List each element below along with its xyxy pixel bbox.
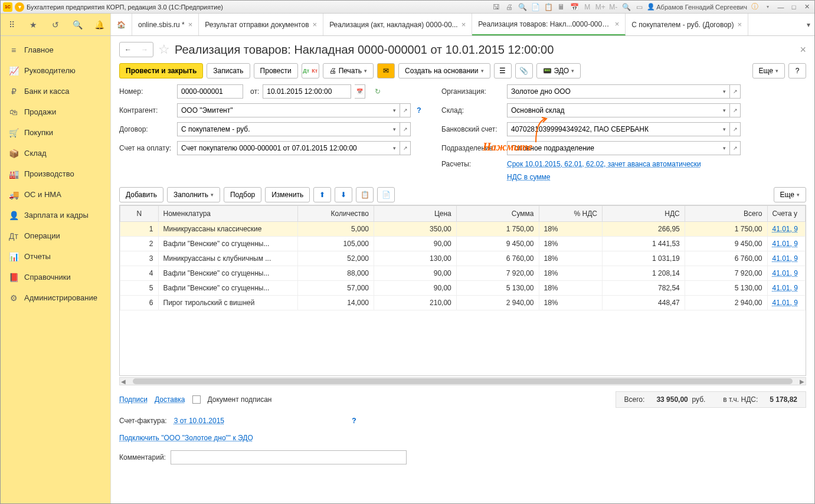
user-name[interactable]: 👤 Абрамов Геннадий Сергеевич — [647, 3, 747, 11]
calendar-picker-icon[interactable]: 📅 — [355, 84, 365, 99]
refresh-icon[interactable]: ↻ — [375, 87, 381, 96]
tab[interactable]: Реализация товаров: Накл...0000-000001× — [472, 14, 626, 35]
account-link[interactable]: 41.01, 9 — [767, 237, 806, 251]
info-icon[interactable]: ⓘ — [749, 2, 760, 12]
sidebar-item[interactable]: 🚚ОС и НМА — [1, 184, 110, 205]
scroll-right-icon[interactable]: ▶ — [800, 378, 804, 385]
zoom-icon[interactable]: 🔍 — [621, 2, 631, 12]
dropdown-icon[interactable]: ▾ — [390, 141, 400, 155]
table-row[interactable]: 4Вафли "Венские" со сгущенны...88,00090,… — [120, 266, 806, 281]
column-header[interactable]: Всего — [685, 206, 767, 222]
add-button[interactable]: Добавить — [119, 187, 163, 202]
favorites-icon[interactable]: ★ — [28, 19, 40, 31]
calc-link[interactable]: Срок 10.01.2015, 62.01, 62.02, зачет ава… — [507, 160, 701, 168]
data-grid[interactable]: NНоменклатураКоличествоЦенаСумма% НДСНДС… — [119, 205, 806, 376]
table-more-button[interactable]: Еще ▾ — [774, 187, 806, 202]
calc-icon[interactable]: 🖩 — [556, 2, 567, 12]
invoice-issued-link[interactable]: 3 от 10.01.2015 — [174, 417, 224, 425]
number-input[interactable] — [177, 84, 243, 99]
minimize-icon[interactable]: — — [775, 2, 786, 12]
app-menu-icon[interactable]: ▾ — [15, 2, 24, 12]
open-icon[interactable]: ↗ — [730, 84, 741, 99]
close-tab-icon[interactable]: × — [188, 20, 193, 29]
mminus-icon[interactable]: M- — [608, 2, 618, 12]
open-icon[interactable]: ↗ — [730, 141, 741, 155]
sidebar-item[interactable]: 🛒Покупки — [1, 122, 110, 143]
mail-icon[interactable]: ✉ — [377, 63, 395, 78]
column-header[interactable]: Номенклатура — [158, 206, 298, 222]
panel-icon[interactable]: ▭ — [634, 2, 644, 12]
close-tab-icon[interactable]: × — [461, 20, 466, 29]
dropdown-icon[interactable]: ▾ — [719, 141, 730, 155]
dropdown-icon[interactable]: ▾ — [390, 122, 400, 136]
table-row[interactable]: 6Пирог тирольский с вишней14,000210,002 … — [120, 296, 806, 310]
invoice-input[interactable] — [177, 141, 390, 155]
structure-icon[interactable]: ☰ — [494, 63, 512, 78]
print-icon[interactable]: 🖨 — [504, 2, 515, 12]
move-down-icon[interactable]: ⬇ — [335, 187, 352, 202]
account-link[interactable]: 41.01, 9 — [767, 266, 806, 281]
doc-signed-checkbox[interactable] — [192, 395, 201, 404]
search-icon[interactable]: 🔍 — [71, 19, 83, 31]
table-row[interactable]: 3Миникруассаны с клубничным ...52,000130… — [120, 251, 806, 266]
column-header[interactable]: НДС — [603, 206, 685, 222]
sidebar-item[interactable]: 👤Зарплата и кадры — [1, 205, 110, 225]
back-button[interactable]: ← — [120, 42, 136, 57]
table-row[interactable]: 5Вафли "Венские" со сгущенны...57,00090,… — [120, 281, 806, 296]
info-dropdown-icon[interactable]: ▾ — [762, 2, 773, 12]
contract-input[interactable] — [177, 122, 390, 136]
sidebar-item[interactable]: 📊Отчеты — [1, 246, 110, 267]
h-scrollbar[interactable]: ◀ ▶ — [119, 377, 806, 385]
account-link[interactable]: 41.01, 9 — [767, 281, 806, 296]
post-and-close-button[interactable]: Провести и закрыть — [119, 63, 203, 78]
sidebar-item[interactable]: ≡Главное — [1, 40, 110, 60]
open-icon[interactable]: ↗ — [730, 122, 741, 136]
account-link[interactable]: 41.01, 9 — [767, 251, 806, 266]
close-window-icon[interactable]: ✕ — [801, 2, 812, 12]
favorite-star-icon[interactable]: ☆ — [158, 42, 170, 57]
sidebar-item[interactable]: 📈Руководителю — [1, 60, 110, 81]
dropdown-icon[interactable]: ▾ — [719, 103, 730, 117]
close-tab-icon[interactable]: × — [737, 20, 742, 29]
paste-rows-icon[interactable]: 📄 — [377, 187, 395, 202]
column-header[interactable]: Сумма — [456, 206, 539, 222]
scroll-thumb[interactable] — [133, 378, 793, 384]
close-page-icon[interactable]: × — [800, 44, 806, 56]
column-header[interactable]: % НДС — [539, 206, 603, 222]
column-header[interactable]: Счета у — [767, 206, 806, 222]
preview-icon[interactable]: 🔍 — [517, 2, 528, 12]
tab[interactable]: online.sbis.ru *× — [132, 14, 199, 35]
post-button[interactable]: Провести — [254, 63, 298, 78]
maximize-icon[interactable]: □ — [788, 2, 799, 12]
vat-link[interactable]: НДС в сумме — [507, 173, 551, 181]
connect-edo-link[interactable]: Подключить "ООО "Золотое дно"" к ЭДО — [119, 434, 253, 442]
org-input[interactable] — [507, 84, 719, 99]
calendar-icon[interactable]: 📅 — [569, 2, 580, 12]
open-icon[interactable]: ↗ — [400, 103, 411, 117]
help-icon[interactable]: ? — [349, 416, 359, 426]
tabs-more-icon[interactable]: ▾ — [803, 14, 814, 35]
close-tab-icon[interactable]: × — [313, 20, 318, 29]
save-icon[interactable]: 🖫 — [491, 2, 502, 12]
sidebar-item[interactable]: 🛍Продажи — [1, 102, 110, 122]
sidebar-item[interactable]: 🏭Производство — [1, 163, 110, 184]
column-header[interactable]: Количество — [298, 206, 374, 222]
delivery-link[interactable]: Доставка — [155, 395, 185, 404]
sidebar-item[interactable]: ⚙Администрирование — [1, 287, 110, 308]
more-button[interactable]: Еще ▾ — [752, 63, 785, 78]
mplus-icon[interactable]: M+ — [595, 2, 605, 12]
history-icon[interactable]: ↺ — [50, 19, 61, 31]
close-tab-icon[interactable]: × — [615, 19, 620, 28]
fill-button[interactable]: Заполнить ▾ — [167, 187, 220, 202]
tab[interactable]: Реализация (акт, накладная) 0000-00...× — [323, 14, 472, 35]
column-header[interactable]: Цена — [374, 206, 457, 222]
account-link[interactable]: 41.01, 9 — [767, 222, 806, 237]
date-input[interactable] — [263, 84, 351, 99]
tab[interactable]: Результат отправки документов× — [199, 14, 323, 35]
m-icon[interactable]: M — [582, 2, 593, 12]
dropdown-icon[interactable]: ▾ — [390, 103, 400, 117]
help-button[interactable]: ? — [788, 63, 806, 78]
column-header[interactable]: N — [120, 206, 159, 222]
apps-icon[interactable]: ⠿ — [6, 19, 18, 31]
sidebar-item[interactable]: 📕Справочники — [1, 267, 110, 287]
